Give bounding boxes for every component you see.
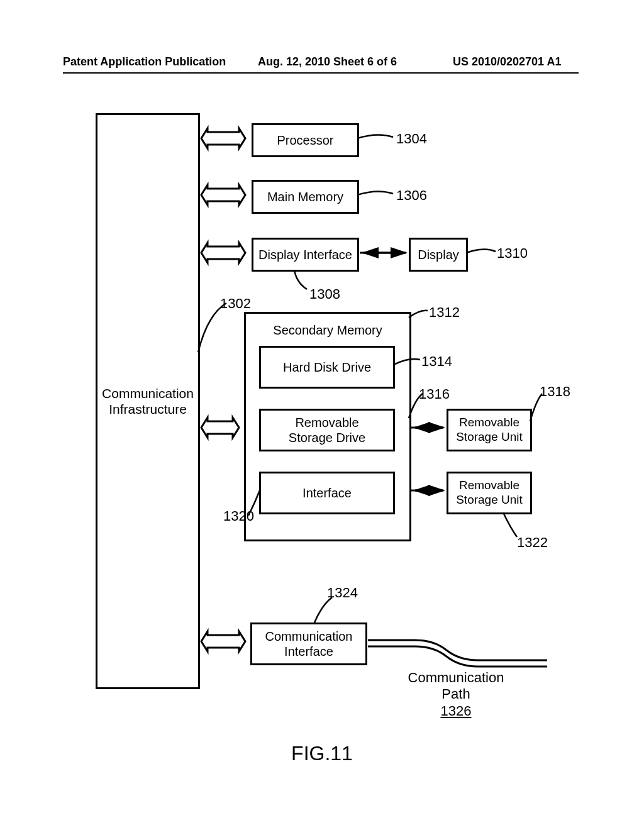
ref-1322: 1322 (517, 534, 548, 551)
label-display-interface: Display Interface (258, 247, 352, 262)
block-display: Display (409, 238, 468, 272)
page-header: Patent Application Publication Aug. 12, … (0, 55, 644, 74)
ref-1310: 1310 (497, 245, 528, 262)
ref-1316: 1316 (419, 386, 450, 402)
label-removable-storage-drive: Removable Storage Drive (289, 415, 365, 445)
block-removable-storage-drive: Removable Storage Drive (259, 409, 395, 451)
label-communication-infrastructure: Communication Infrastructure (102, 385, 194, 417)
ref-1308: 1308 (309, 286, 340, 302)
label-main-memory: Main Memory (267, 189, 343, 204)
ref-1320: 1320 (223, 508, 254, 524)
label-processor: Processor (277, 133, 333, 148)
ref-1312: 1312 (429, 304, 460, 321)
block-processor: Processor (252, 123, 359, 157)
block-communication-interface: Communication Interface (250, 622, 367, 665)
ref-1326: 1326 (402, 703, 509, 719)
ref-1318: 1318 (540, 384, 570, 400)
block-removable-storage-unit-2: Removable Storage Unit (447, 472, 532, 514)
label-secondary-memory: Secondary Memory (273, 323, 382, 338)
ref-1304: 1304 (396, 131, 427, 147)
label-removable-storage-unit-1: Removable Storage Unit (456, 416, 523, 445)
header-left: Patent Application Publication (63, 55, 226, 69)
header-center: Aug. 12, 2010 Sheet 6 of 6 (258, 55, 397, 69)
label-communication-interface: Communication Interface (265, 629, 353, 659)
block-main-memory: Main Memory (252, 180, 359, 214)
figure-diagram: Communication Infrastructure Processor M… (0, 101, 644, 729)
block-removable-storage-unit-1: Removable Storage Unit (447, 409, 532, 451)
label-communication-path: Communication Path 1326 (402, 670, 509, 719)
header-right: US 2010/0202701 A1 (453, 55, 561, 69)
label-removable-storage-unit-2: Removable Storage Unit (456, 479, 523, 507)
block-interface: Interface (259, 472, 395, 514)
label-display: Display (418, 247, 459, 262)
ref-1324: 1324 (327, 585, 358, 601)
ref-1302: 1302 (220, 296, 251, 312)
label-interface: Interface (303, 485, 352, 501)
text-communication-path: Communication Path (402, 670, 509, 703)
figure-label: FIG.11 (0, 742, 644, 765)
ref-1314: 1314 (421, 353, 452, 370)
ref-1306: 1306 (396, 187, 427, 204)
block-display-interface: Display Interface (252, 238, 359, 272)
header-rule (63, 72, 579, 74)
block-communication-infrastructure: Communication Infrastructure (96, 113, 200, 689)
label-hard-disk-drive: Hard Disk Drive (283, 360, 371, 375)
block-hard-disk-drive: Hard Disk Drive (259, 346, 395, 389)
